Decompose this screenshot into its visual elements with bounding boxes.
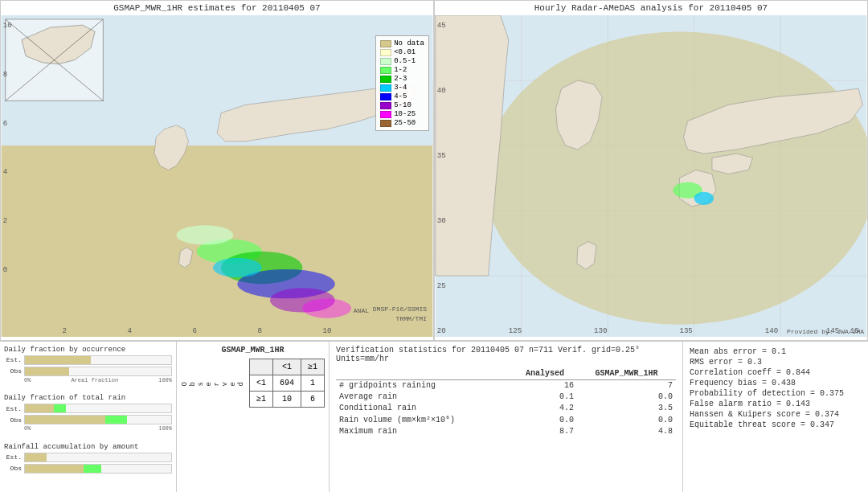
svg-text:2: 2 <box>63 326 67 335</box>
svg-text:8: 8 <box>258 326 262 335</box>
metric-equitable: Equitable threat score = 0.347 <box>690 420 862 429</box>
contingency-table: <1 ≥1 <1 694 1 ≥1 <box>249 359 325 408</box>
legend-color-25 <box>380 120 391 127</box>
legend-item-001: <0.01 <box>380 48 424 56</box>
rain-bar-chart: Est. Obs <box>4 404 172 424</box>
svg-text:40: 40 <box>437 86 446 95</box>
svg-point-18 <box>213 258 262 277</box>
metric-corr: Correlation coeff = 0.844 <box>690 368 862 377</box>
occurrence-obs-label: Obs <box>4 367 22 375</box>
legend-item-5: 5-10 <box>380 101 424 109</box>
right-map-panel: Hourly Radar-AMeDAS analysis for 2011040… <box>434 0 868 341</box>
contingency-cell-d: 6 <box>301 391 325 407</box>
svg-text:8: 8 <box>3 70 7 79</box>
legend-label-25: 25-50 <box>394 119 416 127</box>
map-credit: Provided by: JWA/JMA <box>787 328 864 335</box>
contingency-col2-header: ≥1 <box>301 359 325 375</box>
rain-est-bar <box>24 404 172 413</box>
rain-axis-start: 0% <box>24 425 31 432</box>
occurrence-chart: Daily fraction by occurrence Est. Obs <box>4 346 172 391</box>
occurrence-obs-bar <box>24 367 172 376</box>
stats-val-analysed-1: 0.1 <box>513 392 577 403</box>
contingency-row1: <1 694 1 <box>250 375 325 391</box>
stats-label-2: Conditional rain <box>336 403 513 414</box>
rain-chart-title: Daily fraction of total rain <box>4 394 172 402</box>
legend-color-nodata <box>380 40 391 47</box>
rain-obs-fill <box>25 416 105 424</box>
rain-est-row: Est. <box>4 404 172 413</box>
svg-text:25: 25 <box>437 281 446 290</box>
contingency-col1-header: <1 <box>273 359 301 375</box>
rain-obs-row: Obs <box>4 415 172 424</box>
legend-item-4: 4-5 <box>380 92 424 100</box>
occurrence-est-label: Est. <box>4 356 22 363</box>
legend-color-4 <box>380 93 391 100</box>
axis-mid: Areal fraction <box>71 377 118 383</box>
svg-point-20 <box>302 298 351 318</box>
legend-item-2: 2-3 <box>380 75 424 83</box>
acc-obs-row: Obs <box>4 464 172 474</box>
stats-label-3: Rain volume (mm×km²×10⁶) <box>336 414 513 426</box>
occurrence-est-row: Est. <box>4 355 172 365</box>
accumulation-chart-title: Rainfall accumulation by amount <box>4 443 172 451</box>
acc-est-bar <box>24 453 172 462</box>
svg-text:30: 30 <box>437 216 446 225</box>
acc-bar-chart: Est. Obs <box>4 453 172 474</box>
contingency-cell-c: 10 <box>273 391 301 407</box>
legend-color-10 <box>380 111 391 118</box>
legend-item-nodata: No data <box>380 39 424 47</box>
occurrence-obs-row: Obs <box>4 367 172 376</box>
legend-item-05: 0.5-1 <box>380 57 424 65</box>
stats-val-gsmap-2: 3.5 <box>577 403 676 414</box>
legend-color-05 <box>380 58 391 65</box>
svg-point-21 <box>176 225 233 244</box>
legend-label-001: <0.01 <box>394 48 416 56</box>
acc-est-fill <box>25 453 47 461</box>
svg-text:45: 45 <box>437 21 446 30</box>
bottom-row: Daily fraction by occurrence Est. Obs <box>0 342 868 492</box>
contingency-title: GSMAP_MWR_1HR <box>222 346 285 355</box>
metric-prob-detection: Probability of detection = 0.375 <box>690 389 862 398</box>
dmsp-label: DMSP-F16/SSMIS <box>373 305 427 313</box>
contingency-wrapper: Observed <1 ≥1 <box>181 359 325 408</box>
legend-item-10: 10-25 <box>380 110 424 118</box>
contingency-cell-b: 1 <box>301 375 325 391</box>
rain-axis: 0% 100% <box>4 425 172 432</box>
metrics-panel: Mean abs error = 0.1 RMS error = 0.3 Cor… <box>683 342 868 492</box>
svg-text:2: 2 <box>3 216 7 225</box>
stats-row-1: Average rain 0.1 0.0 <box>336 392 676 403</box>
metric-false-alarm: False alarm ratio = 0.143 <box>690 400 862 408</box>
legend-label-10: 10-25 <box>394 110 416 118</box>
legend-color-5 <box>380 102 391 109</box>
stats-header-gsmap: GSMAP_MWR_1HR <box>577 368 676 380</box>
acc-est-row: Est. <box>4 453 172 462</box>
svg-point-46 <box>484 31 867 325</box>
svg-text:6: 6 <box>193 326 197 335</box>
stats-header-row: Analysed GSMAP_MWR_1HR <box>336 368 676 380</box>
acc-obs-label: Obs <box>4 465 22 472</box>
metric-mean-abs: Mean abs error = 0.1 <box>690 347 862 356</box>
charts-panel: Daily fraction by occurrence Est. Obs <box>0 342 177 492</box>
svg-text:6: 6 <box>3 119 7 128</box>
right-map-svg: 45 40 35 30 25 20 125 130 135 140 145 15 <box>435 15 867 337</box>
acc-obs-fill-green <box>84 465 101 473</box>
legend-label-1: 1-2 <box>394 66 407 74</box>
metric-hanssen: Hanssen & Kuipers score = 0.374 <box>690 410 862 419</box>
accumulation-chart: Rainfall accumulation by amount Est. Obs <box>4 443 172 488</box>
contingency-row1-label: <1 <box>250 375 273 391</box>
rain-est-fill <box>25 404 54 412</box>
metric-freq-bias: Frequency bias = 0.438 <box>690 379 862 387</box>
legend-item-3: 3-4 <box>380 84 424 92</box>
right-map-canvas: 45 40 35 30 25 20 125 130 135 140 145 15… <box>435 15 867 337</box>
stats-val-gsmap-3: 0.0 <box>577 414 676 426</box>
maps-row: GSMAP_MWR_1HR estimates for 20110405 07 <box>0 0 868 342</box>
map-legend: No data <0.01 0.5-1 1-2 <box>375 35 429 131</box>
stats-label-0: # gridpoints raining <box>336 380 513 392</box>
contingency-cell-a: 694 <box>273 375 301 391</box>
rain-axis-end: 100% <box>158 425 172 432</box>
observed-label: Observed <box>181 380 245 386</box>
left-map-canvas: 10 8 6 4 2 0 2 4 6 8 10 ANAL DMSP-F16/SS… <box>1 15 433 337</box>
legend-label-4: 4-5 <box>394 92 407 100</box>
left-map-svg: 10 8 6 4 2 0 2 4 6 8 10 <box>1 15 433 337</box>
axis-start: 0% <box>24 377 31 383</box>
